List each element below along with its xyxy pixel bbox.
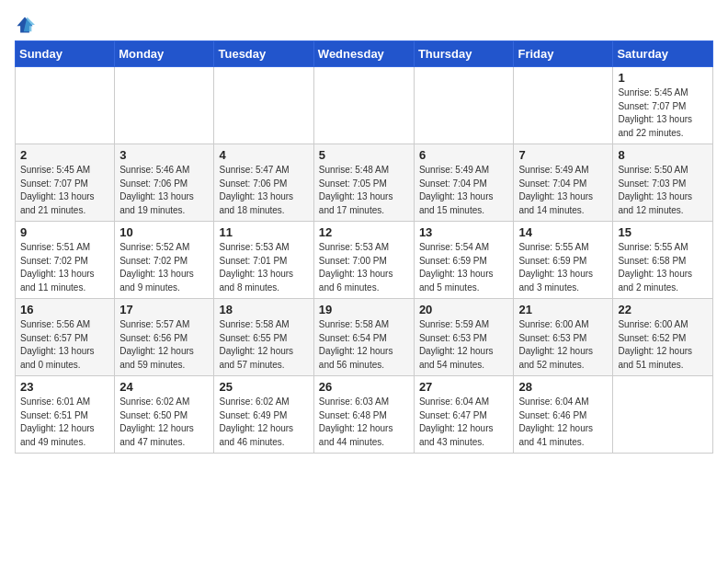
calendar-week-2: 2Sunrise: 5:45 AM Sunset: 7:07 PM Daylig… [16, 144, 713, 222]
calendar-cell: 11Sunrise: 5:53 AM Sunset: 7:01 PM Dayli… [214, 222, 313, 299]
calendar-cell [313, 67, 414, 144]
calendar-cell: 23Sunrise: 6:01 AM Sunset: 6:51 PM Dayli… [16, 376, 115, 454]
day-info: Sunrise: 5:45 AM Sunset: 7:07 PM Dayligh… [20, 164, 109, 217]
weekday-header-tuesday: Tuesday [214, 41, 313, 67]
day-number: 26 [319, 380, 409, 394]
day-info: Sunrise: 5:45 AM Sunset: 7:07 PM Dayligh… [618, 86, 708, 140]
calendar-week-3: 9Sunrise: 5:51 AM Sunset: 7:02 PM Daylig… [16, 222, 713, 299]
day-number: 28 [518, 380, 608, 394]
calendar-cell: 25Sunrise: 6:02 AM Sunset: 6:49 PM Dayli… [214, 376, 313, 454]
calendar-cell: 19Sunrise: 5:58 AM Sunset: 6:54 PM Dayli… [313, 299, 414, 376]
day-info: Sunrise: 5:52 AM Sunset: 7:02 PM Dayligh… [119, 241, 209, 294]
day-number: 14 [518, 225, 608, 239]
day-number: 8 [618, 148, 708, 162]
weekday-header-sunday: Sunday [16, 41, 115, 67]
day-info: Sunrise: 5:47 AM Sunset: 7:06 PM Dayligh… [219, 164, 308, 217]
day-info: Sunrise: 5:53 AM Sunset: 7:00 PM Dayligh… [319, 241, 409, 294]
day-info: Sunrise: 5:48 AM Sunset: 7:05 PM Dayligh… [319, 164, 409, 217]
calendar-cell: 26Sunrise: 6:03 AM Sunset: 6:48 PM Dayli… [313, 376, 414, 454]
day-info: Sunrise: 5:53 AM Sunset: 7:01 PM Dayligh… [219, 241, 308, 294]
calendar-cell [414, 67, 514, 144]
day-info: Sunrise: 5:50 AM Sunset: 7:03 PM Dayligh… [618, 164, 708, 217]
calendar-cell: 24Sunrise: 6:02 AM Sunset: 6:50 PM Dayli… [115, 376, 214, 454]
day-number: 17 [119, 303, 209, 316]
day-info: Sunrise: 6:04 AM Sunset: 6:47 PM Dayligh… [419, 396, 509, 449]
day-info: Sunrise: 5:58 AM Sunset: 6:54 PM Dayligh… [319, 318, 409, 372]
day-info: Sunrise: 5:55 AM Sunset: 6:59 PM Dayligh… [518, 241, 608, 294]
logo-icon [15, 15, 35, 35]
day-info: Sunrise: 5:54 AM Sunset: 6:59 PM Dayligh… [419, 241, 509, 294]
calendar-cell [613, 376, 713, 454]
weekday-header-saturday: Saturday [613, 41, 713, 67]
page: SundayMondayTuesdayWednesdayThursdayFrid… [0, 0, 728, 463]
calendar-cell: 4Sunrise: 5:47 AM Sunset: 7:06 PM Daylig… [214, 144, 313, 222]
calendar-cell [214, 67, 313, 144]
calendar-cell: 8Sunrise: 5:50 AM Sunset: 7:03 PM Daylig… [613, 144, 713, 222]
calendar-week-5: 23Sunrise: 6:01 AM Sunset: 6:51 PM Dayli… [16, 376, 713, 454]
day-number: 20 [419, 303, 509, 316]
day-info: Sunrise: 5:57 AM Sunset: 6:56 PM Dayligh… [119, 318, 209, 372]
calendar-cell: 27Sunrise: 6:04 AM Sunset: 6:47 PM Dayli… [414, 376, 514, 454]
day-info: Sunrise: 6:02 AM Sunset: 6:49 PM Dayligh… [219, 396, 308, 449]
calendar-cell: 13Sunrise: 5:54 AM Sunset: 6:59 PM Dayli… [414, 222, 514, 299]
calendar-cell: 12Sunrise: 5:53 AM Sunset: 7:00 PM Dayli… [313, 222, 414, 299]
day-number: 19 [319, 303, 409, 316]
calendar-cell: 5Sunrise: 5:48 AM Sunset: 7:05 PM Daylig… [313, 144, 414, 222]
calendar-cell: 6Sunrise: 5:49 AM Sunset: 7:04 PM Daylig… [414, 144, 514, 222]
day-number: 25 [219, 380, 308, 394]
day-info: Sunrise: 6:01 AM Sunset: 6:51 PM Dayligh… [20, 396, 109, 449]
day-number: 1 [618, 71, 708, 85]
day-number: 16 [20, 303, 109, 316]
day-number: 11 [219, 225, 308, 239]
day-number: 7 [518, 148, 608, 162]
day-number: 6 [419, 148, 509, 162]
calendar-cell: 22Sunrise: 6:00 AM Sunset: 6:52 PM Dayli… [613, 299, 713, 376]
calendar-cell: 7Sunrise: 5:49 AM Sunset: 7:04 PM Daylig… [514, 144, 613, 222]
day-info: Sunrise: 6:04 AM Sunset: 6:46 PM Dayligh… [518, 396, 608, 449]
calendar-cell [514, 67, 613, 144]
day-info: Sunrise: 5:49 AM Sunset: 7:04 PM Dayligh… [518, 164, 608, 217]
day-info: Sunrise: 5:56 AM Sunset: 6:57 PM Dayligh… [20, 318, 109, 372]
day-info: Sunrise: 5:51 AM Sunset: 7:02 PM Dayligh… [20, 241, 109, 294]
day-info: Sunrise: 5:58 AM Sunset: 6:55 PM Dayligh… [219, 318, 308, 372]
day-info: Sunrise: 6:00 AM Sunset: 6:53 PM Dayligh… [518, 318, 608, 372]
day-number: 3 [119, 148, 209, 162]
day-info: Sunrise: 5:55 AM Sunset: 6:58 PM Dayligh… [618, 241, 708, 294]
weekday-header-wednesday: Wednesday [313, 41, 414, 67]
weekday-header-friday: Friday [514, 41, 613, 67]
day-number: 4 [219, 148, 308, 162]
day-number: 18 [219, 303, 308, 316]
calendar-cell: 2Sunrise: 5:45 AM Sunset: 7:07 PM Daylig… [16, 144, 115, 222]
calendar-cell [16, 67, 115, 144]
day-number: 23 [20, 380, 109, 394]
day-info: Sunrise: 6:00 AM Sunset: 6:52 PM Dayligh… [618, 318, 708, 372]
calendar-cell: 10Sunrise: 5:52 AM Sunset: 7:02 PM Dayli… [115, 222, 214, 299]
calendar-cell: 18Sunrise: 5:58 AM Sunset: 6:55 PM Dayli… [214, 299, 313, 376]
logo [15, 15, 39, 35]
day-number: 27 [419, 380, 509, 394]
calendar-cell: 3Sunrise: 5:46 AM Sunset: 7:06 PM Daylig… [115, 144, 214, 222]
calendar: SundayMondayTuesdayWednesdayThursdayFrid… [15, 40, 713, 454]
calendar-cell: 9Sunrise: 5:51 AM Sunset: 7:02 PM Daylig… [16, 222, 115, 299]
day-number: 2 [20, 148, 109, 162]
day-number: 9 [20, 225, 109, 239]
day-info: Sunrise: 6:03 AM Sunset: 6:48 PM Dayligh… [319, 396, 409, 449]
calendar-cell: 15Sunrise: 5:55 AM Sunset: 6:58 PM Dayli… [613, 222, 713, 299]
day-number: 12 [319, 225, 409, 239]
calendar-cell: 16Sunrise: 5:56 AM Sunset: 6:57 PM Dayli… [16, 299, 115, 376]
day-info: Sunrise: 5:49 AM Sunset: 7:04 PM Dayligh… [419, 164, 509, 217]
day-info: Sunrise: 6:02 AM Sunset: 6:50 PM Dayligh… [119, 396, 209, 449]
calendar-week-1: 1Sunrise: 5:45 AM Sunset: 7:07 PM Daylig… [16, 67, 713, 144]
calendar-cell: 20Sunrise: 5:59 AM Sunset: 6:53 PM Dayli… [414, 299, 514, 376]
day-info: Sunrise: 5:59 AM Sunset: 6:53 PM Dayligh… [419, 318, 509, 372]
calendar-cell: 21Sunrise: 6:00 AM Sunset: 6:53 PM Dayli… [514, 299, 613, 376]
day-number: 24 [119, 380, 209, 394]
day-info: Sunrise: 5:46 AM Sunset: 7:06 PM Dayligh… [119, 164, 209, 217]
calendar-week-4: 16Sunrise: 5:56 AM Sunset: 6:57 PM Dayli… [16, 299, 713, 376]
calendar-cell: 28Sunrise: 6:04 AM Sunset: 6:46 PM Dayli… [514, 376, 613, 454]
day-number: 13 [419, 225, 509, 239]
calendar-cell: 1Sunrise: 5:45 AM Sunset: 7:07 PM Daylig… [613, 67, 713, 144]
weekday-header-row: SundayMondayTuesdayWednesdayThursdayFrid… [16, 41, 713, 67]
calendar-cell: 17Sunrise: 5:57 AM Sunset: 6:56 PM Dayli… [115, 299, 214, 376]
day-number: 22 [618, 303, 708, 316]
